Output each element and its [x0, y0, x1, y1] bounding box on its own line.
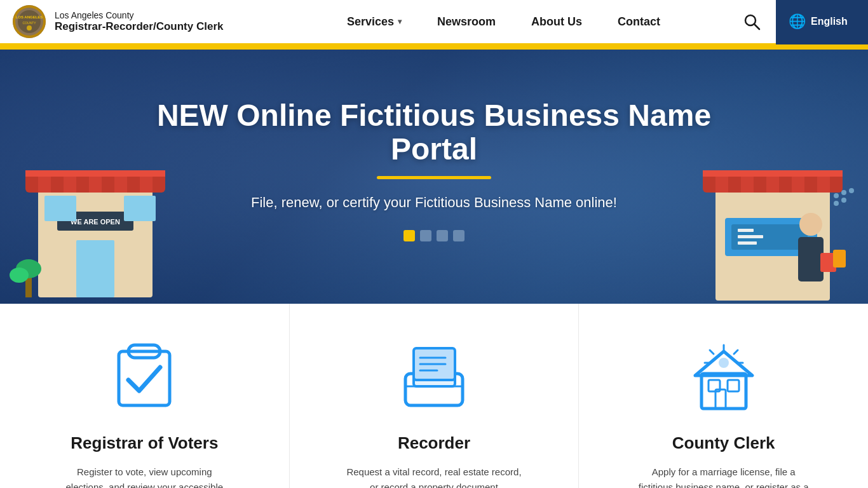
card-clerk-title: County Clerk — [672, 433, 775, 453]
nav-about[interactable]: About Us — [513, 0, 600, 44]
nav-contact[interactable]: Contact — [600, 0, 678, 44]
org-name-line2: Registrar-Recorder/County Clerk — [55, 20, 223, 33]
svg-point-44 — [834, 201, 839, 206]
hero-subtitle: File, renew, or certify your Fictitious … — [148, 194, 720, 211]
svg-rect-29 — [766, 170, 779, 193]
site-header: LOS ANGELES COUNTY Los Angeles County Re… — [0, 0, 868, 46]
nav-services[interactable]: Services ▾ — [329, 0, 419, 44]
services-chevron-icon: ▾ — [398, 17, 402, 26]
card-recorder-title: Recorder — [398, 433, 470, 453]
logo-text: Los Angeles County Registrar-Recorder/Co… — [55, 10, 223, 33]
card-clerk-desc: Apply for a marriage license, file a fic… — [635, 464, 813, 488]
card-voters-desc: Register to vote, view upcoming election… — [55, 464, 233, 488]
carousel-dots — [148, 230, 720, 241]
svg-text:WE ARE OPEN: WE ARE OPEN — [71, 218, 120, 226]
registrar-voters-icon — [103, 336, 186, 418]
card-recorder[interactable]: Recorder Request a vital record, real es… — [290, 304, 580, 488]
globe-icon: 🌐 — [789, 13, 806, 30]
svg-line-62 — [734, 350, 738, 354]
svg-rect-11 — [38, 170, 51, 193]
recorder-icon — [393, 336, 475, 418]
svg-point-5 — [27, 25, 32, 30]
svg-rect-13 — [89, 170, 102, 193]
hero-content: NEW Online Fictitious Business Name Port… — [148, 99, 720, 242]
logo-seal: LOS ANGELES COUNTY — [13, 5, 46, 38]
svg-rect-12 — [64, 170, 76, 193]
search-icon[interactable] — [740, 10, 763, 33]
svg-line-7 — [754, 24, 759, 29]
org-name-line1: Los Angeles County — [55, 10, 223, 20]
svg-point-41 — [834, 193, 839, 198]
svg-rect-46 — [119, 351, 170, 405]
svg-rect-19 — [44, 196, 76, 221]
language-label: English — [811, 16, 848, 27]
svg-rect-34 — [738, 229, 754, 232]
svg-point-42 — [841, 190, 846, 195]
svg-rect-40 — [833, 250, 846, 268]
svg-point-45 — [841, 198, 846, 203]
svg-point-23 — [10, 268, 29, 283]
svg-text:COUNTY: COUNTY — [22, 21, 36, 25]
svg-point-37 — [799, 213, 822, 236]
carousel-dot-2[interactable] — [420, 230, 431, 241]
county-clerk-icon — [682, 336, 765, 418]
language-selector[interactable]: 🌐 English — [776, 0, 868, 44]
svg-rect-16 — [76, 240, 114, 297]
nav-newsroom[interactable]: Newsroom — [419, 0, 513, 44]
svg-point-43 — [849, 188, 854, 193]
service-cards-section: Registrar of Voters Register to vote, vi… — [0, 304, 868, 488]
svg-rect-30 — [792, 170, 804, 193]
hero-banner: WE ARE OPEN — [0, 50, 868, 304]
card-voters-title: Registrar of Voters — [71, 433, 218, 453]
logo-area[interactable]: LOS ANGELES COUNTY Los Angeles County Re… — [0, 5, 280, 38]
main-nav: Services ▾ Newsroom About Us Contact — [280, 0, 728, 43]
svg-rect-38 — [798, 237, 824, 281]
svg-line-63 — [710, 350, 714, 354]
svg-point-60 — [719, 358, 729, 368]
carousel-dot-4[interactable] — [453, 230, 465, 241]
card-recorder-desc: Request a vital record, real estate reco… — [345, 464, 523, 488]
svg-rect-58 — [728, 380, 739, 391]
card-registrar-voters[interactable]: Registrar of Voters Register to vote, vi… — [0, 304, 290, 488]
carousel-dot-1[interactable] — [403, 230, 415, 241]
card-county-clerk[interactable]: County Clerk Apply for a marriage licens… — [579, 304, 868, 488]
search-button[interactable] — [728, 10, 776, 33]
svg-text:LOS ANGELES: LOS ANGELES — [16, 15, 43, 19]
svg-rect-36 — [738, 241, 757, 245]
hero-title: NEW Online Fictitious Business Name Port… — [148, 99, 720, 166]
svg-rect-35 — [738, 235, 763, 238]
carousel-dot-3[interactable] — [437, 230, 448, 241]
hero-underline — [377, 176, 491, 179]
svg-rect-14 — [114, 170, 127, 193]
svg-rect-28 — [741, 170, 754, 193]
svg-rect-31 — [817, 170, 830, 193]
